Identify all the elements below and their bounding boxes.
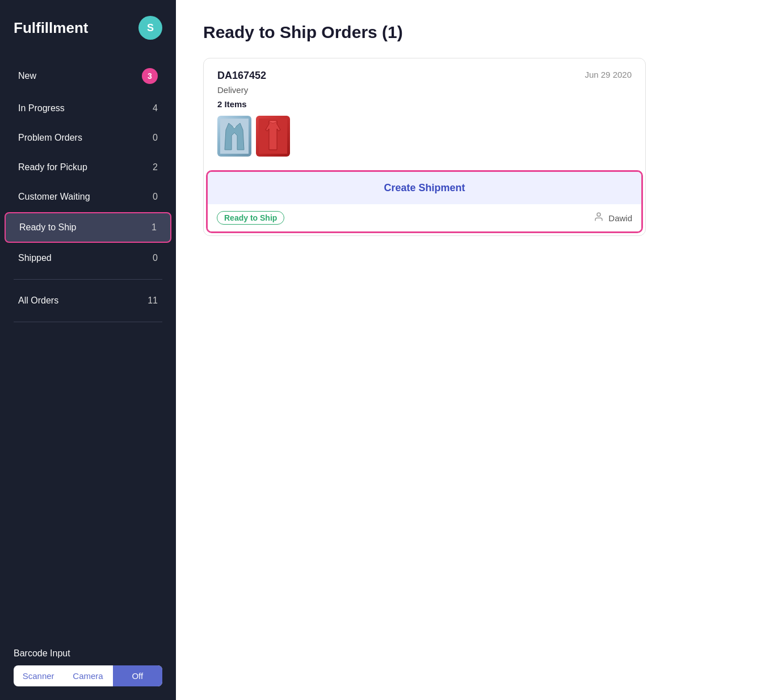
- order-action-section: Create Shipment Ready to Ship Dawid: [206, 170, 643, 233]
- barcode-label: Barcode Input: [14, 648, 162, 659]
- product-image-dress: [256, 116, 290, 157]
- order-card: DA167452 Jun 29 2020 Delivery 2 Items: [203, 58, 646, 236]
- sidebar-item-in-progress[interactable]: In Progress 4: [5, 94, 171, 123]
- sidebar-item-label-new: New: [18, 71, 36, 81]
- sidebar-item-label-all-orders: All Orders: [18, 296, 58, 306]
- scanner-button[interactable]: Scanner: [14, 665, 63, 686]
- page-title: Ready to Ship Orders (1): [203, 23, 738, 42]
- order-card-header: DA167452 Jun 29 2020: [217, 70, 632, 82]
- off-button[interactable]: Off: [113, 665, 162, 686]
- status-badge: Ready to Ship: [217, 211, 284, 225]
- person-icon: [594, 212, 604, 225]
- main-content: Ready to Ship Orders (1) DA167452 Jun 29…: [176, 0, 765, 700]
- sidebar-item-shipped[interactable]: Shipped 0: [5, 244, 171, 272]
- app-title: Fulfillment: [14, 19, 88, 37]
- sidebar-item-label-problem-orders: Problem Orders: [18, 133, 82, 143]
- svg-rect-0: [220, 119, 249, 154]
- sidebar-divider-2: [14, 322, 162, 322]
- sidebar-item-label-ready-to-ship: Ready to Ship: [19, 222, 77, 233]
- sidebar-count-ready-to-ship: 1: [152, 222, 157, 233]
- barcode-section: Barcode Input Scanner Camera Off: [0, 639, 176, 700]
- dress-thumbnail: [256, 116, 290, 157]
- sidebar-count-shipped: 0: [153, 253, 158, 263]
- sidebar-item-problem-orders[interactable]: Problem Orders 0: [5, 124, 171, 152]
- camera-button[interactable]: Camera: [63, 665, 112, 686]
- sidebar-item-ready-for-pickup[interactable]: Ready for Pickup 2: [5, 153, 171, 182]
- sidebar-count-in-progress: 4: [153, 103, 158, 113]
- barcode-buttons: Scanner Camera Off: [14, 665, 162, 686]
- product-image-jacket: [217, 116, 251, 157]
- svg-point-2: [597, 213, 600, 216]
- sidebar-divider-1: [14, 279, 162, 280]
- order-footer: Ready to Ship Dawid: [208, 204, 641, 231]
- sidebar-item-label-customer-waiting: Customer Waiting: [18, 192, 90, 202]
- sidebar-badge-new: 3: [142, 68, 158, 84]
- assignee-name: Dawid: [608, 213, 632, 223]
- sidebar-header: Fulfillment S: [0, 0, 176, 53]
- sidebar: Fulfillment S New 3 In Progress 4 Proble…: [0, 0, 176, 700]
- sidebar-item-label-in-progress: In Progress: [18, 103, 65, 113]
- sidebar-count-problem-orders: 0: [153, 133, 158, 143]
- sidebar-item-label-shipped: Shipped: [18, 253, 52, 263]
- sidebar-count-customer-waiting: 0: [153, 192, 158, 202]
- sidebar-item-customer-waiting[interactable]: Customer Waiting 0: [5, 183, 171, 211]
- order-date: Jun 29 2020: [585, 70, 632, 79]
- order-card-top: DA167452 Jun 29 2020 Delivery 2 Items: [204, 58, 645, 168]
- sidebar-count-ready-for-pickup: 2: [153, 162, 158, 172]
- sidebar-nav: New 3 In Progress 4 Problem Orders 0 Rea…: [0, 53, 176, 639]
- order-id: DA167452: [217, 70, 266, 82]
- sidebar-item-label-ready-for-pickup: Ready for Pickup: [18, 162, 87, 172]
- create-shipment-button[interactable]: Create Shipment: [208, 172, 641, 204]
- avatar[interactable]: S: [138, 16, 162, 40]
- assignee: Dawid: [594, 212, 632, 225]
- sidebar-item-all-orders[interactable]: All Orders 11: [5, 286, 171, 315]
- order-items-count: 2 Items: [217, 99, 632, 109]
- order-images: [217, 116, 632, 157]
- sidebar-item-new[interactable]: New 3: [5, 59, 171, 93]
- order-type: Delivery: [217, 85, 632, 95]
- jacket-thumbnail: [217, 116, 251, 157]
- sidebar-item-ready-to-ship[interactable]: Ready to Ship 1: [5, 212, 171, 243]
- sidebar-count-all-orders: 11: [148, 296, 158, 306]
